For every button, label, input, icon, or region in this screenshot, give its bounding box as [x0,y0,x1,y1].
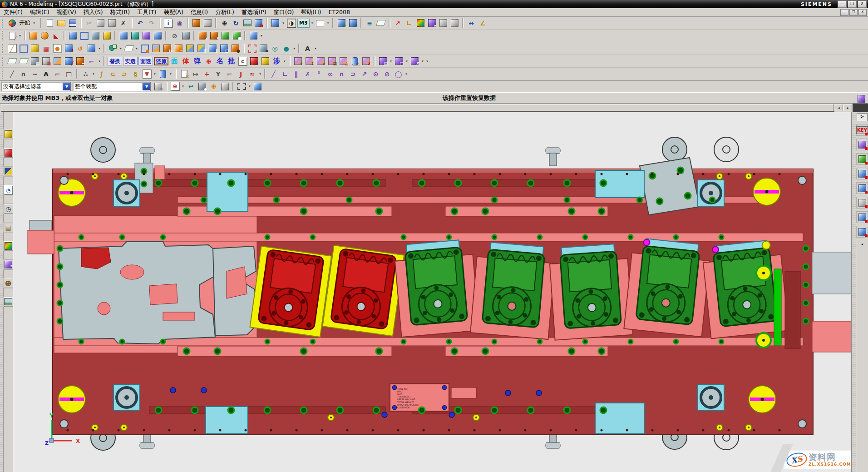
cylinder-curve-icon[interactable] [158,69,168,79]
chevron-down-icon[interactable]: ▾ [259,34,264,38]
chevron-down-icon[interactable]: ▾ [282,60,287,63]
sheet-surface-icon[interactable] [7,56,17,66]
datum-plane-icon[interactable] [123,43,134,54]
reposition-icon[interactable]: ⇕ [304,56,315,66]
cross-part-library-icon[interactable] [856,211,868,223]
extract-curve-icon[interactable]: ▼ [142,69,152,79]
trim-curve-icon[interactable]: ↦ [190,69,201,79]
menu-et2008[interactable]: ET2008 [325,9,354,16]
shaded-display-icon[interactable] [68,30,78,41]
part-navigator-icon[interactable] [3,166,14,177]
start-button[interactable]: 开始▾ [7,19,38,27]
stock-guide-rail-upper[interactable] [54,233,803,241]
raw-block-icon[interactable]: ▪ [258,43,269,54]
replace-button[interactable]: 替换 [108,57,122,65]
graphics-window[interactable]: TOOL NO:PART:MATL:THICKNESS:PRESS MACHIN… [13,112,851,472]
mate-constraint-icon[interactable]: △ [338,56,349,66]
cad-model-view[interactable]: TOOL NO:PART:MATL:THICKNESS:PRESS MACHIN… [13,112,851,472]
toolbar-handle[interactable] [2,57,5,66]
sketch-icon[interactable] [108,43,118,54]
array-component-icon[interactable]: ▤ [327,56,337,66]
sweep-icon[interactable]: ~ [173,43,184,54]
mesh-surface-icon[interactable]: ▦ [41,43,51,54]
chevron-down-icon[interactable]: ▾ [258,72,262,76]
edit-curve-3-icon[interactable]: ⊃ [119,69,129,79]
chevron-down-icon[interactable]: ▾ [97,60,102,63]
scrollbar-thumb[interactable] [1,104,834,111]
save-icon[interactable] [67,18,78,28]
subtract-icon[interactable]: ● [281,43,291,54]
background-swatch[interactable] [315,18,326,28]
center-mark-icon[interactable]: ⊕ [203,56,214,66]
scroll-left-button[interactable]: ◂ [834,104,843,111]
internet-explorer-icon[interactable]: ◔ [3,185,14,195]
chevron-down-icon[interactable]: ▾ [313,47,318,50]
resource-bar-right-handle[interactable] [852,112,856,472]
command-finder-icon[interactable]: ╱ [7,43,17,54]
sketch-circle-point-icon[interactable]: ⊙ [370,69,381,79]
chevron-down-icon[interactable]: ▾ [281,21,286,25]
minimize-button[interactable]: — [838,0,847,8]
chevron-down-icon[interactable]: ▾ [404,72,409,76]
raise-order-icon[interactable]: ▴ [197,30,208,41]
selection-filter-icon[interactable]: ⊕ [170,81,180,92]
chevron-down-icon[interactable]: ▾ [425,60,429,63]
menu-view[interactable]: 视图(V) [53,9,80,16]
collapse-arrow-icon[interactable]: ◂ [861,242,863,246]
body-icon[interactable] [86,43,97,54]
snap-point-icon[interactable]: ⊕ [208,81,219,92]
chevron-down-icon[interactable]: ▾ [247,84,252,88]
move-component-icon[interactable]: + [293,56,303,66]
chevron-down-icon[interactable]: ▾ [310,21,315,25]
roles-icon[interactable]: ☻ [3,278,14,288]
wireframe-display-icon[interactable] [79,30,89,41]
horizontal-scrollbar[interactable]: ◂ ▸ [0,104,868,112]
dimension-icon[interactable]: A [302,43,313,54]
new-file-icon[interactable] [44,18,55,28]
system-materials-icon[interactable]: ▤ [3,222,14,233]
render-style-combo[interactable]: M3 [297,19,310,28]
hide-component-icon[interactable]: ▸ [348,18,358,28]
sensor-bar[interactable] [774,269,781,345]
scroll-right-button[interactable]: ▸ [843,104,852,111]
toolbar-handle[interactable] [2,31,5,40]
chevron-down-icon[interactable]: ▾ [168,72,173,76]
show-component-icon[interactable]: ▸ [336,18,347,28]
backgrounds-icon[interactable] [3,297,14,307]
bracket-library-icon[interactable] [856,168,868,179]
isometric-view-icon[interactable] [270,18,281,28]
datum-axis-icon[interactable]: ◣ [51,30,61,41]
edit-curve-2-icon[interactable]: ⊂ [108,69,118,79]
find-component-icon[interactable]: ◉ [174,18,185,28]
face-translucent-button[interactable]: 面透 [138,57,153,65]
edit-curve-1-icon[interactable]: ∫ [96,69,107,79]
chevron-down-icon[interactable]: ▾ [97,47,102,50]
view-option-4-icon[interactable] [153,30,163,41]
menu-information[interactable]: 信息(I) [187,9,212,16]
swirl-feature-icon[interactable]: ↺ [75,43,85,54]
hole-icon[interactable]: ● [230,43,241,54]
menu-tools[interactable]: 工具(T) [133,9,160,16]
menu-window[interactable]: 窗口(O) [270,9,298,16]
chevron-down-icon[interactable]: ▾ [326,21,330,25]
sketch-circle-line-icon[interactable]: ⊘ [382,69,392,79]
pattern-feature-icon[interactable]: ∥ [207,43,218,54]
zoom-icon[interactable]: ⊕ [219,18,230,28]
name-display-icon[interactable]: 名 [215,56,225,66]
gold-solid-icon[interactable] [260,56,271,66]
restore-button[interactable]: 还原 [154,57,168,65]
window-icon[interactable] [191,18,202,28]
ruled-surface-icon[interactable] [18,56,29,66]
csys-icon[interactable]: ∟ [404,18,414,28]
layer-settings-icon[interactable]: ≡ [365,18,375,28]
swept-icon[interactable] [185,43,195,54]
menu-edit[interactable]: 编辑(E) [26,9,53,16]
align-constraint-icon[interactable]: △ [350,56,360,66]
mirror-feature-icon[interactable]: ◫ [219,43,229,54]
redo-icon[interactable]: ↷ [146,18,157,28]
visualization-icon[interactable] [3,241,14,251]
arc-icon[interactable]: ∩ [18,69,29,79]
edit-object-display-icon[interactable] [415,18,426,28]
die-button-library-icon[interactable] [856,153,868,165]
menu-preferences[interactable]: 首选项(P) [238,9,270,16]
